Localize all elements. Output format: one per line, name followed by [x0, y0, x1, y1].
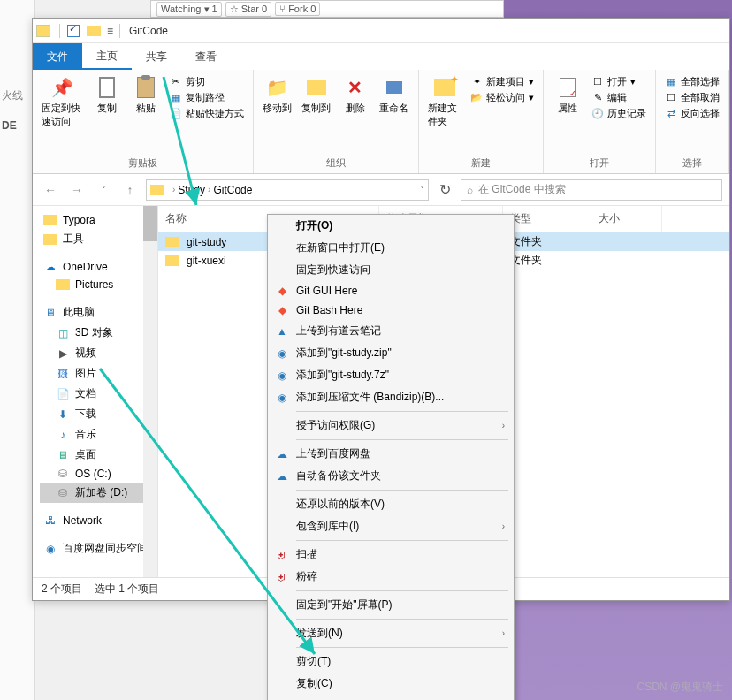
context-menu-item[interactable]: ☁自动备份该文件夹	[268, 465, 514, 487]
delete-button[interactable]: ✕删除	[337, 73, 374, 155]
tree-item[interactable]: 工具	[40, 229, 157, 249]
tree-item[interactable]: ♪音乐	[40, 424, 157, 445]
dropdown-icon[interactable]: ≡	[107, 25, 113, 37]
context-menu-item[interactable]: 复制(C)	[268, 673, 514, 695]
chevron-right-icon: ›	[502, 421, 505, 430]
newitem-button[interactable]: ✦新建项目 ▾	[470, 75, 534, 88]
tree-item[interactable]: 🖥桌面	[40, 445, 157, 465]
context-menu-item[interactable]: 包含到库中(I)›	[268, 515, 514, 537]
easyaccess-icon: 📂	[470, 92, 483, 104]
folder-icon	[165, 255, 179, 266]
moveto-button[interactable]: 📁移动到	[259, 73, 296, 155]
forward-button[interactable]: →	[66, 179, 88, 201]
edit-button[interactable]: ✎编辑	[591, 91, 646, 104]
context-menu-item[interactable]: ⛨扫描	[268, 544, 514, 566]
context-menu-item[interactable]: ◉添加到"git-study.zip"	[268, 342, 514, 364]
chevron-down-icon[interactable]: ˅	[420, 185, 424, 194]
search-input[interactable]: ⌕ 在 GitCode 中搜索	[461, 179, 722, 201]
context-menu-item[interactable]: ◉添加到"git-study.7z"	[268, 364, 514, 386]
context-menu-item[interactable]: 固定到"开始"屏幕(P)	[268, 594, 514, 616]
recent-dropdown[interactable]: ˅	[93, 179, 114, 201]
context-menu-item[interactable]: 粘贴(P)	[268, 695, 514, 700]
properties-button[interactable]: 属性	[549, 73, 586, 155]
address-bar[interactable]: › Study › GitCode ˅	[146, 179, 429, 201]
newfolder-icon	[434, 79, 455, 96]
breadcrumb[interactable]: GitCode	[213, 184, 252, 196]
menubar: 文件 主页 共享 查看	[33, 43, 729, 70]
scrollbar[interactable]	[143, 206, 157, 577]
context-menu-item[interactable]: 固定到快速访问	[268, 259, 514, 281]
up-button[interactable]: ↑	[119, 179, 141, 201]
pin-icon: 📌	[50, 75, 74, 100]
pin-button[interactable]: 📌固定到快速访问	[38, 73, 87, 155]
shortcut-icon: 📄	[170, 108, 182, 120]
menu-file[interactable]: 文件	[33, 43, 82, 70]
context-menu-item[interactable]: 剪切(T)	[268, 651, 514, 673]
qa-checkbox-icon[interactable]	[67, 25, 80, 37]
edit-icon: ✎	[591, 92, 604, 104]
bandizip-icon: ◉	[275, 369, 289, 383]
context-menu-item[interactable]: ◆Git GUI Here	[268, 281, 514, 301]
tree-item[interactable]: 📄文档	[40, 384, 157, 404]
rename-button[interactable]: 重命名	[376, 73, 413, 155]
easyaccess-button[interactable]: 📂轻松访问 ▾	[470, 91, 534, 104]
selectnone-icon: ☐	[665, 92, 677, 104]
mcafee-icon: ⛨	[275, 548, 289, 562]
context-menu-item[interactable]: 授予访问权限(G)›	[268, 415, 514, 437]
back-button[interactable]: ←	[40, 179, 61, 201]
context-menu-item[interactable]: ◉添加到压缩文件 (Bandizip)(B)...	[268, 386, 514, 408]
context-menu-item[interactable]: 还原以前的版本(V)	[268, 493, 514, 515]
tree-item[interactable]: ⬇下载	[40, 404, 157, 424]
open-button[interactable]: ☐打开 ▾	[591, 75, 646, 88]
scissors-icon: ✂	[170, 76, 182, 88]
open-icon: ☐	[591, 76, 604, 88]
context-menu-item[interactable]: 打开(O)	[268, 215, 514, 237]
baidu-icon: ☁	[275, 447, 289, 461]
history-icon: 🕘	[591, 108, 604, 120]
tree-item[interactable]: ⛁OS (C:)	[40, 465, 157, 483]
paste-shortcut-button[interactable]: 📄粘贴快捷方式	[170, 107, 244, 120]
tree-item[interactable]: 🖥此电脑	[40, 302, 157, 323]
selectall-button[interactable]: ▦全部选择	[665, 75, 720, 88]
context-menu-item[interactable]: ⛨粉碎	[268, 566, 514, 588]
cut-button[interactable]: ✂剪切	[170, 75, 244, 88]
context-menu-item[interactable]: ☁上传到百度网盘	[268, 443, 514, 465]
breadcrumb[interactable]: Study	[178, 184, 205, 196]
menu-view[interactable]: 查看	[181, 43, 231, 70]
blue-up-icon: ▲	[275, 324, 289, 339]
paste-button[interactable]: 粘贴	[127, 73, 164, 155]
col-type[interactable]: 类型	[503, 206, 591, 232]
selectnone-button[interactable]: ☐全部取消	[665, 91, 720, 104]
copypath-button[interactable]: ▦复制路径	[170, 91, 244, 104]
tree-item[interactable]: 🖼图片	[40, 363, 157, 384]
col-size[interactable]: 大小	[591, 206, 662, 232]
tree-item[interactable]: ⛁新加卷 (D:)	[40, 483, 157, 503]
invert-button[interactable]: ⇄反向选择	[665, 107, 720, 120]
git-multi-icon: ◆	[275, 284, 289, 298]
tree-item[interactable]: ◉百度网盘同步空间	[40, 538, 157, 559]
context-menu-item[interactable]: 在新窗口中打开(E)	[268, 237, 514, 259]
tree-item[interactable]: Pictures	[40, 276, 157, 293]
folder-icon[interactable]	[87, 26, 101, 36]
context-menu-item[interactable]: ▲上传到有道云笔记	[268, 320, 514, 342]
selected-count: 选中 1 个项目	[95, 582, 159, 597]
tree-item[interactable]: 🖧Network	[40, 512, 157, 529]
refresh-button[interactable]: ↻	[434, 179, 455, 201]
menu-home[interactable]: 主页	[82, 43, 132, 70]
menu-share[interactable]: 共享	[132, 43, 181, 70]
context-menu-item[interactable]: ◆Git Bash Here	[268, 301, 514, 320]
folder-icon	[36, 25, 50, 37]
newfolder-button[interactable]: 新建文件夹	[424, 73, 465, 155]
moveto-icon: 📁	[265, 75, 290, 100]
copyto-button[interactable]: 复制到	[298, 73, 335, 155]
group-label: 组织	[259, 155, 413, 173]
tree-item[interactable]: Typora	[40, 211, 157, 229]
folder-icon	[165, 237, 179, 247]
context-menu-item[interactable]: 发送到(N)›	[268, 622, 514, 644]
tree-item[interactable]: ☁OneDrive	[40, 258, 157, 276]
history-button[interactable]: 🕘历史记录	[591, 107, 646, 120]
tree-item[interactable]: ▶视频	[40, 343, 157, 363]
copy-button[interactable]: 复制	[88, 73, 126, 155]
selectall-icon: ▦	[665, 76, 677, 88]
tree-item[interactable]: ◫3D 对象	[40, 323, 157, 343]
